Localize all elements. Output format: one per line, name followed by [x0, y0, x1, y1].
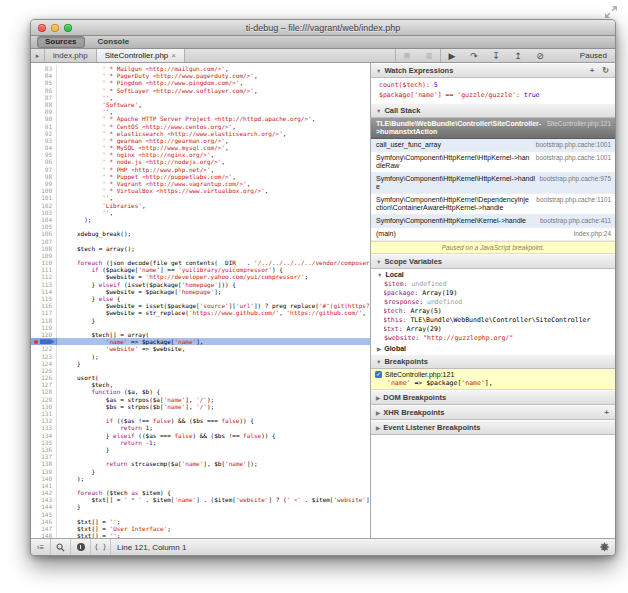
line-number-gutter[interactable]: 139 [31, 468, 57, 475]
watch-expressions-header[interactable]: ▼ Watch Expressions + ↻ [371, 63, 615, 78]
line-number-gutter[interactable]: 145 [31, 511, 57, 518]
call-stack-frame[interactable]: index.php:24(main) [371, 228, 615, 241]
tab-sources[interactable]: Sources [37, 36, 85, 48]
line-number-gutter[interactable]: 101 [31, 194, 57, 201]
line-number-gutter[interactable]: 96 [31, 158, 57, 165]
line-number-gutter[interactable]: 94 [31, 144, 57, 151]
resume-icon[interactable]: ▶ [441, 51, 463, 61]
scope-variables-header[interactable]: ▼ Scope Variables [371, 254, 615, 269]
variable-row[interactable]: $item: undefined [384, 280, 615, 289]
line-number-gutter[interactable]: 104 [31, 216, 57, 223]
line-number-gutter[interactable]: 87 [31, 94, 57, 101]
line-number-gutter[interactable]: 102 [31, 202, 57, 209]
line-number-gutter[interactable]: 130 [31, 403, 57, 410]
scope-local-header[interactable]: ▼ Local [371, 269, 615, 280]
line-number-gutter[interactable]: 119 [31, 324, 57, 331]
line-number-gutter[interactable]: 103 [31, 209, 57, 216]
line-number-gutter[interactable]: 88 [31, 101, 57, 108]
call-stack-frame[interactable]: bootstrap.php.cache:1001call_user_func_a… [371, 139, 615, 152]
call-stack-frame[interactable]: bootstrap.php.cache:1001Symfony\Componen… [371, 152, 615, 173]
line-number-gutter[interactable]: 109 [31, 252, 57, 259]
line-number-gutter[interactable]: 84 [31, 72, 57, 79]
add-xhr-breakpoint-button[interactable]: + [604, 408, 609, 417]
line-number-gutter[interactable]: 93 [31, 137, 57, 144]
line-number-gutter[interactable]: 124 [31, 360, 57, 367]
line-number-gutter[interactable]: 110 [31, 259, 57, 266]
refresh-watch-button[interactable]: ↻ [602, 66, 609, 75]
line-number-gutter[interactable]: 118 [31, 317, 57, 324]
line-number-gutter[interactable]: 144 [31, 503, 57, 510]
line-number-gutter[interactable]: 114 [31, 288, 57, 295]
line-number-gutter[interactable]: 147 [31, 525, 57, 532]
line-number-gutter[interactable]: 89 [31, 108, 57, 115]
disable-breakpoints-icon[interactable]: ⊘ [529, 51, 551, 61]
step-over-icon[interactable]: ↷ [463, 51, 485, 61]
line-number-gutter[interactable]: 132 [31, 417, 57, 424]
line-number-gutter[interactable]: 117 [31, 309, 57, 316]
settings-icon[interactable] [599, 542, 615, 553]
line-number-gutter[interactable]: 97 [31, 166, 57, 173]
add-watch-button[interactable]: + [590, 66, 595, 75]
zoom-window-button[interactable] [64, 24, 72, 32]
call-stack-frame[interactable]: bootstrap.php.cache:411Symfony\Component… [371, 215, 615, 228]
breakpoint-item[interactable]: ✓SiteController.php:121'name' => $packag… [371, 369, 615, 390]
breakpoints-header[interactable]: ▼ Breakpoints [371, 354, 615, 369]
line-number-gutter[interactable] [31, 338, 57, 345]
line-number-gutter[interactable]: 135 [31, 439, 57, 446]
line-number-gutter[interactable]: 91 [31, 123, 57, 130]
xhr-breakpoints-header[interactable]: ▶ XHR Breakpoints + [371, 405, 615, 420]
line-number-gutter[interactable]: 141 [31, 482, 57, 489]
line-number-gutter[interactable]: 98 [31, 173, 57, 180]
line-number-gutter[interactable]: 125 [31, 367, 57, 374]
variable-row[interactable]: ▶$package: Array(19) [384, 289, 615, 298]
line-number-gutter[interactable]: 123 [31, 353, 57, 360]
call-stack-frame[interactable]: bootstrap.php.cache:975Symfony\Component… [371, 173, 615, 194]
dom-breakpoints-header[interactable]: ▶ DOM Breakpoints [371, 390, 615, 405]
call-stack-header[interactable]: ▼ Call Stack [371, 103, 615, 118]
line-number-gutter[interactable]: 131 [31, 410, 57, 417]
line-number-gutter[interactable]: 112 [31, 273, 57, 280]
line-number-gutter[interactable]: 105 [31, 223, 57, 230]
line-number-gutter[interactable]: 126 [31, 374, 57, 381]
watch-expression-row[interactable]: count($tech): 5 [371, 80, 615, 90]
line-number-gutter[interactable]: 129 [31, 396, 57, 403]
step-out-icon[interactable]: ↥ [507, 51, 529, 61]
file-tab-sitecontroller[interactable]: SiteController.php × [97, 49, 185, 62]
line-number-gutter[interactable]: 133 [31, 424, 57, 431]
line-number-gutter[interactable]: 106 [31, 230, 57, 237]
line-number-gutter[interactable]: 99 [31, 180, 57, 187]
line-number-gutter[interactable]: 95 [31, 151, 57, 158]
line-number-gutter[interactable]: 142 [31, 489, 57, 496]
line-number-gutter[interactable]: 148 [31, 532, 57, 538]
line-number-gutter[interactable]: 128 [31, 388, 57, 395]
breakpoint-checkbox[interactable]: ✓ [375, 371, 382, 378]
line-number-gutter[interactable]: 138 [31, 460, 57, 467]
line-number-gutter[interactable]: 83 [31, 65, 57, 72]
event-listener-breakpoints-header[interactable]: ▶ Event Listener Breakpoints [371, 420, 615, 435]
line-number-gutter[interactable]: 113 [31, 281, 57, 288]
line-number-gutter[interactable]: 146 [31, 518, 57, 525]
errors-filter-icon[interactable] [71, 539, 91, 555]
search-icon[interactable] [51, 539, 71, 555]
line-number-gutter[interactable]: 115 [31, 295, 57, 302]
close-tab-icon[interactable]: × [171, 51, 176, 60]
line-number-gutter[interactable]: 134 [31, 432, 57, 439]
line-number-gutter[interactable]: 143 [31, 496, 57, 503]
line-number-gutter[interactable]: 92 [31, 130, 57, 137]
expand-icon[interactable] [604, 5, 618, 19]
tab-console[interactable]: Console [91, 37, 137, 47]
file-tab-index[interactable]: index.php [45, 49, 97, 62]
line-number-gutter[interactable]: 127 [31, 381, 57, 388]
variable-row[interactable]: ▶$this: TLE\Bundle\WebBundle\Controller\… [384, 316, 615, 325]
call-stack-frame[interactable]: SiteController.php:121TLE\Bundle\WebBund… [371, 118, 615, 139]
call-stack-frame[interactable]: bootstrap.php.cache:1101Symfony\Componen… [371, 194, 615, 215]
console-drawer-icon[interactable]: ›≡ [31, 539, 51, 555]
minimize-window-button[interactable] [51, 24, 59, 32]
line-number-gutter[interactable]: 111 [31, 266, 57, 273]
line-number-gutter[interactable]: 90 [31, 115, 57, 122]
line-number-gutter[interactable]: 122 [31, 345, 57, 352]
line-number-gutter[interactable]: 116 [31, 302, 57, 309]
code-editor[interactable]: 83' * Mailgun <http://mailgun.com/>',84'… [31, 63, 371, 538]
line-number-gutter[interactable]: 120 [31, 331, 57, 338]
close-window-button[interactable] [38, 24, 46, 32]
